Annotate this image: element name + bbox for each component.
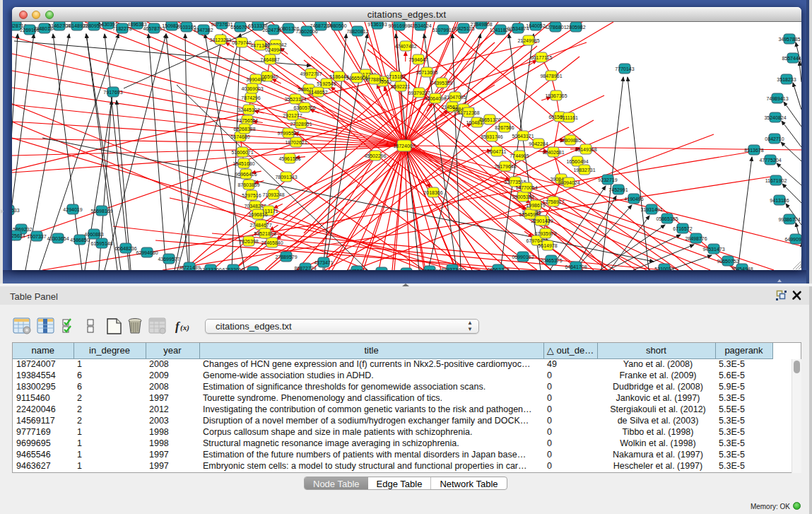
svg-text:11671902: 11671902: [765, 178, 787, 183]
svg-text:2290147: 2290147: [531, 218, 550, 223]
svg-text:51712368: 51712368: [457, 110, 479, 115]
svg-text:27028951: 27028951: [290, 122, 312, 127]
svg-text:18367365: 18367365: [545, 93, 567, 98]
svg-text:(x): (x): [180, 323, 189, 332]
svg-text:85574443: 85574443: [782, 56, 801, 61]
svg-text:07935978: 07935978: [534, 231, 556, 236]
svg-text:05865185: 05865185: [656, 216, 678, 221]
svg-text:62268388: 62268388: [233, 127, 255, 132]
svg-text:98094024: 98094024: [558, 180, 579, 185]
svg-text:18724007: 18724007: [393, 144, 415, 148]
svg-text:13433200: 13433200: [199, 267, 221, 271]
svg-text:99650752: 99650752: [717, 259, 739, 264]
svg-text:9232719: 9232719: [598, 177, 617, 182]
svg-text:27484677: 27484677: [249, 223, 271, 228]
svg-text:4190496: 4190496: [624, 197, 643, 201]
svg-text:38425135: 38425135: [452, 26, 474, 31]
svg-text:36713695: 36713695: [416, 70, 437, 75]
svg-text:71093248: 71093248: [262, 192, 284, 197]
svg-text:94531473: 94531473: [702, 247, 724, 252]
svg-text:14770054: 14770054: [515, 185, 537, 190]
svg-text:7452991: 7452991: [608, 187, 628, 192]
svg-text:0249947: 0249947: [265, 47, 284, 52]
svg-text:21249985: 21249985: [517, 38, 539, 43]
svg-text:35454948: 35454948: [731, 267, 753, 271]
svg-text:7182278: 7182278: [112, 26, 131, 31]
svg-text:9148652: 9148652: [308, 90, 327, 95]
svg-text:3696816: 3696816: [248, 212, 267, 217]
svg-text:27889579: 27889579: [275, 255, 297, 259]
svg-text:86872774: 86872774: [294, 266, 316, 271]
svg-text:2921277: 2921277: [283, 113, 302, 118]
svg-text:65648236: 65648236: [114, 246, 136, 251]
svg-text:85931746: 85931746: [481, 134, 502, 139]
svg-text:6025634: 6025634: [12, 233, 25, 238]
svg-text:9413186: 9413186: [770, 198, 789, 203]
svg-text:26179640: 26179640: [494, 164, 516, 169]
svg-text:53521818: 53521818: [254, 231, 276, 236]
svg-text:35240824: 35240824: [764, 115, 786, 120]
svg-text:71756551: 71756551: [236, 118, 258, 123]
svg-text:21047095: 21047095: [444, 95, 466, 100]
svg-text:98478961: 98478961: [540, 74, 562, 78]
svg-text:8347382: 8347382: [194, 28, 213, 33]
svg-text:4873471: 4873471: [314, 260, 333, 265]
svg-text:6566701: 6566701: [230, 25, 249, 30]
svg-text:28498776: 28498776: [685, 236, 707, 241]
svg-text:45961586: 45961586: [278, 156, 300, 161]
svg-text:31931491: 31931491: [640, 207, 662, 212]
svg-text:1640052: 1640052: [526, 23, 545, 28]
svg-text:02402681: 02402681: [542, 150, 564, 155]
svg-text:21465840: 21465840: [261, 240, 283, 245]
svg-text:7917693: 7917693: [103, 90, 122, 95]
svg-text:51606071: 51606071: [231, 150, 253, 155]
svg-text:7744905: 7744905: [510, 153, 529, 158]
svg-text:4060883: 4060883: [84, 232, 103, 237]
svg-text:0679740: 0679740: [232, 40, 251, 45]
svg-text:96966416: 96966416: [235, 172, 257, 177]
svg-text:43699577: 43699577: [158, 257, 180, 262]
svg-text:7826398: 7826398: [239, 239, 258, 244]
svg-text:7111161: 7111161: [560, 115, 578, 120]
svg-text:5614978: 5614978: [538, 243, 557, 248]
svg-text:7464887: 7464887: [260, 57, 279, 62]
svg-text:85149368: 85149368: [575, 147, 596, 152]
svg-text:47775204: 47775204: [759, 158, 781, 163]
svg-text:16560494: 16560494: [566, 159, 588, 164]
svg-text:38721489: 38721489: [178, 265, 200, 270]
svg-text:0980500: 0980500: [327, 23, 346, 28]
svg-text:45502296: 45502296: [364, 153, 386, 158]
svg-text:99386774: 99386774: [778, 217, 800, 222]
svg-text:0842710: 0842710: [765, 136, 784, 141]
svg-text:3518233: 3518233: [777, 77, 796, 82]
svg-text:63605766: 63605766: [293, 105, 315, 110]
svg-text:42786801: 42786801: [544, 25, 566, 30]
svg-text:8692221: 8692221: [391, 84, 410, 89]
svg-text:5186449: 5186449: [329, 74, 348, 79]
svg-text:49972787: 49972787: [300, 71, 322, 76]
svg-text:06990162: 06990162: [512, 255, 534, 259]
svg-text:8313678: 8313678: [744, 148, 763, 153]
svg-text:15451680: 15451680: [233, 161, 254, 166]
svg-text:50643171: 50643171: [512, 134, 534, 139]
svg-text:2004711: 2004711: [488, 149, 507, 154]
svg-text:1607337: 1607337: [27, 234, 46, 239]
svg-text:78091343: 78091343: [275, 175, 297, 180]
svg-text:62994680: 62994680: [136, 250, 158, 255]
svg-text:35523124: 35523124: [284, 97, 306, 102]
svg-text:4294019: 4294019: [63, 207, 82, 212]
svg-text:43455812: 43455812: [346, 269, 367, 271]
svg-text:52809885: 52809885: [559, 138, 581, 143]
svg-text:5297516: 5297516: [242, 193, 261, 198]
svg-text:87603859: 87603859: [237, 182, 259, 187]
svg-text:90916998: 90916998: [388, 23, 410, 28]
svg-text:19832731: 19832731: [573, 168, 595, 173]
svg-text:39005329: 39005329: [512, 194, 534, 199]
svg-text:18702621: 18702621: [285, 140, 307, 145]
svg-text:8267586: 8267586: [495, 125, 514, 130]
svg-text:69379237: 69379237: [408, 90, 430, 95]
svg-text:2018366: 2018366: [423, 190, 442, 195]
svg-text:47407482: 47407482: [394, 44, 416, 49]
svg-text:4586850: 4586850: [70, 238, 89, 243]
svg-text:61595148: 61595148: [90, 241, 112, 246]
